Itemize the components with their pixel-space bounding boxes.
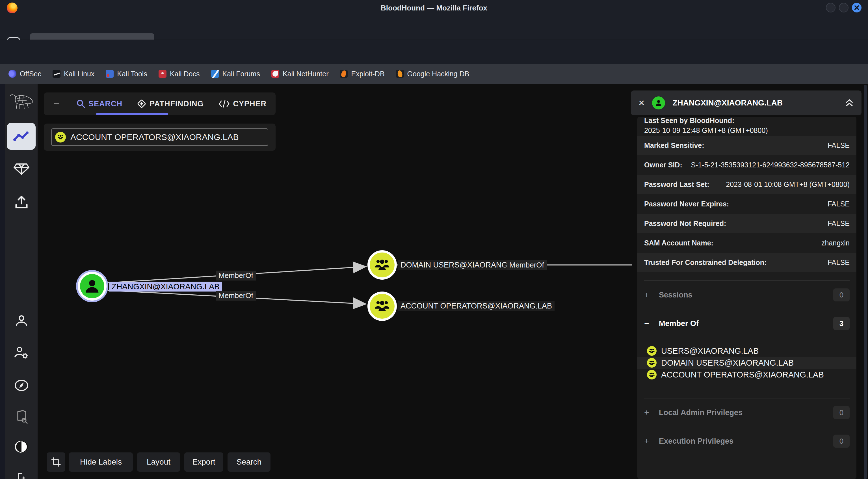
section-sessions[interactable]: + Sessions 0 (638, 281, 857, 309)
tab-cypher-label: CYPHER (233, 99, 267, 108)
sidebar-item-profile[interactable] (5, 315, 38, 327)
search-input[interactable] (70, 132, 264, 142)
group-node-icon (647, 346, 657, 356)
tab-cypher[interactable]: CYPHER (211, 92, 274, 115)
kali-docs-favicon (159, 70, 166, 78)
bookmark-offsec[interactable]: OffSec (8, 70, 41, 78)
reframe-button[interactable] (46, 452, 65, 472)
tab-pathfinding[interactable]: PATHFINDING (130, 92, 211, 115)
node-zhangxin[interactable] (76, 270, 108, 302)
window-minimize-button[interactable] (826, 3, 836, 12)
group-node-icon (647, 358, 657, 367)
section-execution-privileges[interactable]: + Execution Privileges 0 (638, 427, 857, 455)
edge-label-memberof-2[interactable]: MemberOf (216, 291, 256, 301)
contrast-icon (14, 441, 29, 453)
person-gear-icon (14, 346, 29, 359)
close-icon (854, 5, 859, 10)
property-row: Last Seen by BloodHound: 2025-10-09 12:4… (638, 117, 857, 136)
window-maximize-button[interactable] (839, 3, 848, 12)
panel-close-icon[interactable]: ✕ (638, 98, 645, 108)
collapse-minus-icon[interactable]: − (644, 319, 651, 328)
collapse-all-chevrons-icon[interactable] (844, 98, 854, 108)
expand-plus-icon[interactable]: + (644, 436, 651, 446)
section-member-of[interactable]: − Member Of 3 (638, 309, 857, 338)
entity-panel-title: ZHANGXIN@XIAORANG.LAB (673, 98, 837, 108)
kali-tools-favicon (106, 70, 114, 78)
route-icon (137, 99, 146, 108)
crop-icon (51, 457, 61, 467)
bookmark-google-hacking-db[interactable]: Google Hacking DB (396, 70, 469, 78)
kali-forums-favicon (211, 70, 219, 78)
diamond-icon (13, 162, 29, 175)
expand-plus-icon[interactable]: + (644, 408, 651, 417)
bloodhound-sidebar (5, 84, 38, 479)
window-edge-strip (0, 84, 5, 479)
property-row: Password Last Set:2023-08-01 10:08 GMT+8… (638, 175, 857, 194)
dark-mode-toggle[interactable] (5, 441, 38, 453)
export-button[interactable]: Export (184, 452, 223, 472)
bookmark-kali-forums[interactable]: Kali Forums (211, 70, 260, 78)
entity-panel-body[interactable]: Last Seen by BloodHound: 2025-10-09 12:4… (638, 117, 857, 479)
count-badge: 0 (833, 435, 849, 448)
node-label-account-operators[interactable]: ACCOUNT OPERATORS@XIAORANG.LAB (398, 301, 555, 311)
member-item[interactable]: ACCOUNT OPERATORS@XIAORANG.LAB (638, 369, 857, 381)
firefox-logo-icon (7, 3, 18, 13)
expand-plus-icon[interactable]: + (644, 290, 651, 300)
graph-search-button[interactable]: Search (227, 452, 271, 472)
sidebar-item-group-management[interactable] (5, 162, 38, 175)
collapse-panel-icon[interactable]: − (44, 98, 69, 110)
sidebar-item-api-explore[interactable] (5, 378, 38, 392)
hide-labels-button[interactable]: Hide Labels (69, 452, 133, 472)
group-node-icon (647, 370, 657, 380)
bookmark-exploit-db[interactable]: Exploit-DB (340, 70, 384, 78)
compass-icon (14, 378, 29, 392)
count-badge: 0 (833, 289, 849, 301)
member-item[interactable]: USERS@XIAORANG.LAB (638, 345, 857, 357)
bloodhound-logo-icon (5, 92, 38, 113)
node-label-zhangxin[interactable]: ZHANGXIN@XIAORANG.LAB (109, 281, 222, 292)
sidebar-item-explore[interactable] (7, 123, 36, 150)
edge-label-memberof-1[interactable]: MemberOf (216, 271, 256, 280)
property-row: Owner SID:S-1-5-21-3535393121-624993632-… (638, 155, 857, 175)
sidebar-item-administration[interactable] (5, 346, 38, 359)
bookmark-kali-docs[interactable]: Kali Docs (159, 70, 200, 78)
user-avatar-icon (652, 96, 665, 110)
tab-search[interactable]: SEARCH (69, 92, 130, 115)
group-node-icon (370, 252, 395, 277)
count-badge: 0 (833, 406, 849, 419)
section-local-admin-privileges[interactable]: + Local Admin Privileges 0 (638, 398, 857, 427)
sidebar-item-upload[interactable] (5, 195, 38, 209)
window-close-button[interactable] (852, 3, 862, 12)
search-input-card (44, 124, 276, 151)
layout-button[interactable]: Layout (137, 452, 180, 472)
entity-panel-header: ✕ ZHANGXIN@XIAORANG.LAB (631, 90, 862, 115)
magnifier-icon (76, 99, 85, 108)
exploit-db-favicon (340, 70, 348, 78)
graph-chart-icon (13, 131, 29, 142)
window-title: BloodHound — Mozilla Firefox (0, 0, 868, 16)
offsec-favicon (8, 70, 17, 78)
member-item[interactable]: DOMAIN USERS@XIAORANG.LAB (638, 357, 857, 369)
edge-label-memberof-3[interactable]: MemberOf (506, 260, 547, 270)
sidebar-item-logout[interactable] (5, 473, 38, 479)
node-account-operators[interactable] (367, 292, 397, 321)
property-row: Password Never Expires:FALSE (638, 194, 857, 213)
count-badge: 3 (833, 317, 849, 330)
kali-nethunter-favicon (271, 70, 279, 78)
scrollbar[interactable] (864, 85, 867, 479)
group-node-icon (370, 294, 395, 319)
property-row: SAM Account Name:zhangxin (638, 234, 857, 252)
code-icon (218, 100, 230, 108)
search-box[interactable] (51, 128, 268, 146)
bookmark-kali-nethunter[interactable]: Kali NetHunter (271, 70, 329, 78)
document-search-icon (14, 410, 29, 424)
property-row: Password Not Required:FALSE (638, 214, 857, 233)
bookmark-kali-linux[interactable]: Kali Linux (53, 70, 94, 78)
sidebar-item-docs[interactable] (5, 410, 38, 424)
explore-search-card: − SEARCH PATHFINDING CYPHER (44, 92, 276, 115)
property-row: Trusted For Constrained Delegation:FALSE (638, 253, 857, 272)
logout-icon (14, 473, 29, 479)
node-domain-users[interactable] (367, 250, 397, 280)
bookmark-kali-tools[interactable]: Kali Tools (106, 70, 147, 78)
nav-toolbar: http://127.0.0.1:8080/ui/explore?primary… (0, 39, 868, 64)
